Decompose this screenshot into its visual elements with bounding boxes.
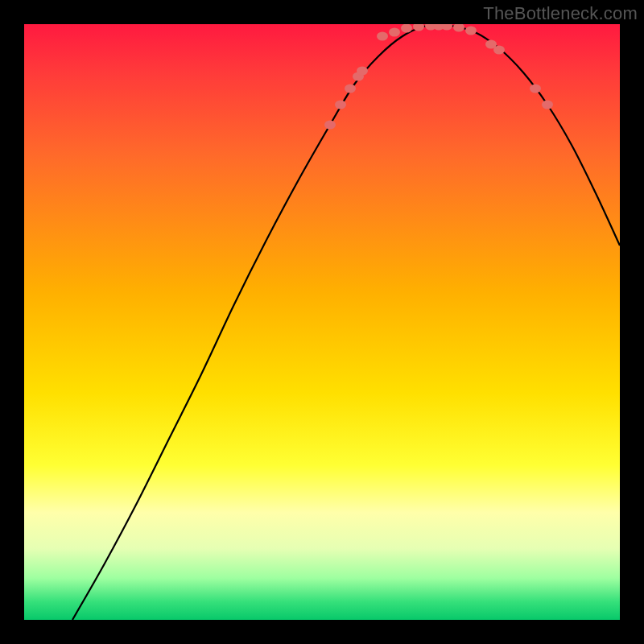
data-marker	[401, 24, 412, 33]
data-marker	[493, 46, 505, 55]
data-marker	[389, 28, 400, 37]
bottleneck-curve-path	[72, 25, 620, 620]
watermark-text: TheBottleneck.com	[483, 3, 638, 24]
data-marker	[530, 85, 541, 93]
data-marker	[453, 24, 464, 32]
data-marker	[542, 101, 553, 109]
data-marker	[465, 27, 477, 35]
data-marker	[377, 32, 388, 41]
chart-frame	[24, 24, 620, 620]
data-marker	[357, 67, 368, 76]
chart-svg	[24, 24, 620, 620]
plot-area	[24, 24, 620, 620]
data-marker	[324, 121, 336, 130]
data-marker	[335, 101, 346, 109]
data-marker	[345, 85, 356, 93]
markers-group	[324, 24, 553, 130]
data-marker	[441, 24, 452, 31]
